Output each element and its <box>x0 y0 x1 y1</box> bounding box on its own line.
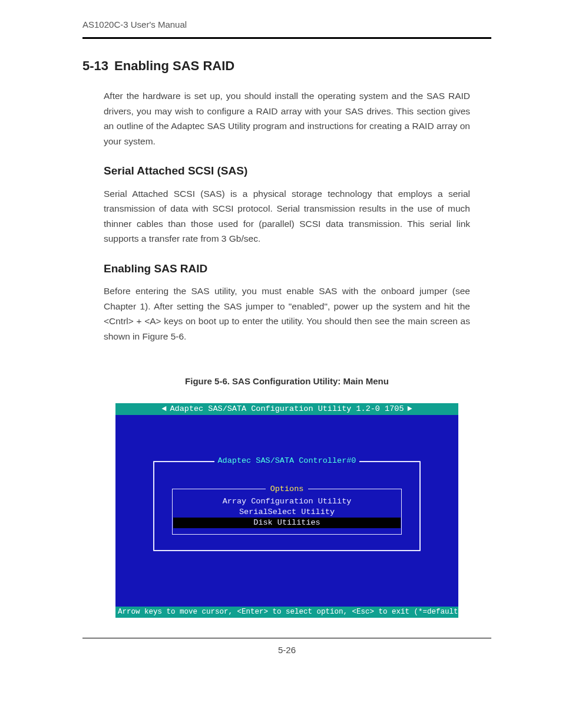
menu-item-array-config[interactable]: Array Configuration Utility <box>173 496 401 507</box>
menu-item-disk-utilities[interactable]: Disk Utilities <box>173 518 401 528</box>
right-arrow-icon: ► <box>404 404 415 413</box>
bios-lower-space <box>115 551 458 607</box>
section-title: Enabling SAS RAID <box>114 58 234 73</box>
figure-image: ◄Adaptec SAS/SATA Configuration Utility … <box>104 403 470 618</box>
paragraph-sas: Serial Attached SCSI (SAS) is a physical… <box>104 186 470 246</box>
subheading-sas: Serial Attached SCSI (SAS) <box>104 162 470 180</box>
left-arrow-icon: ◄ <box>158 404 170 413</box>
header-rule <box>82 37 491 39</box>
paragraph-enable-raid: Before entering the SAS utility, you mus… <box>104 284 470 344</box>
subheading-enable-raid: Enabling SAS RAID <box>104 259 470 278</box>
bios-screen: ◄Adaptec SAS/SATA Configuration Utility … <box>115 403 458 618</box>
section-heading: 5-13Enabling SAS RAID <box>82 55 491 77</box>
bios-upper-space <box>115 415 458 461</box>
footer-rule <box>82 638 491 638</box>
bios-titlebar: ◄Adaptec SAS/SATA Configuration Utility … <box>115 403 458 415</box>
running-head: AS1020C-3 User's Manual <box>82 18 491 32</box>
options-label: Options <box>173 485 401 494</box>
section-number: 5-13 <box>82 58 108 73</box>
page-number: 5-26 <box>82 643 491 658</box>
intro-paragraph: After the hardware is set up, you should… <box>104 88 470 149</box>
controller-panel-title: Adaptec SAS/SATA Controller#0 <box>154 456 419 466</box>
menu-item-serialselect[interactable]: SerialSelect Utility <box>173 507 401 518</box>
options-panel: Options Array Configuration Utility Seri… <box>172 489 402 535</box>
bios-title-text: Adaptec SAS/SATA Configuration Utility 1… <box>170 404 404 413</box>
figure-caption: Figure 5-6. SAS Configuration Utility: M… <box>82 374 491 389</box>
controller-panel: Adaptec SAS/SATA Controller#0 Options Ar… <box>153 461 421 551</box>
bios-statusbar: Arrow keys to move cursor, <Enter> to se… <box>115 607 458 618</box>
